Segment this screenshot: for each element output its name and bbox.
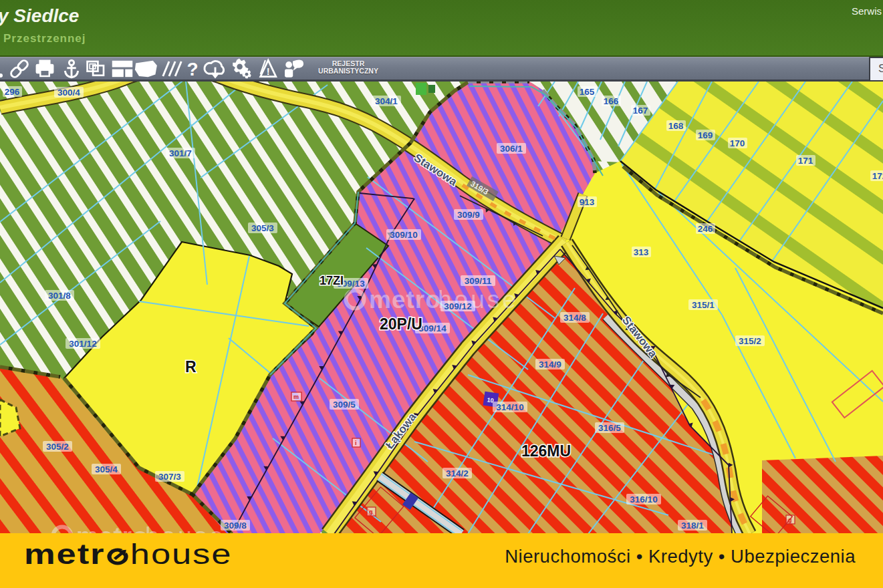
svg-text:913: 913	[580, 197, 595, 207]
svg-text:20P/U: 20P/U	[380, 315, 422, 333]
svg-text:i: i	[355, 440, 357, 446]
svg-text:?: ?	[186, 59, 198, 80]
svg-text:m: m	[293, 394, 299, 400]
svg-text:165: 165	[580, 87, 595, 97]
svg-text:R: R	[185, 358, 197, 376]
svg-text:314/2: 314/2	[446, 468, 469, 478]
svg-text:296: 296	[5, 87, 20, 97]
svg-text:17ZI: 17ZI	[320, 274, 344, 287]
svg-text:metro: metro	[76, 523, 148, 533]
svg-text:166: 166	[604, 96, 619, 106]
svg-text:307/3: 307/3	[158, 472, 181, 482]
svg-text:126MU: 126MU	[521, 442, 571, 460]
svg-text:!: !	[267, 66, 270, 77]
svg-text:315/1: 315/1	[692, 300, 715, 310]
svg-text:305/2: 305/2	[46, 442, 69, 452]
svg-text:171: 171	[798, 156, 813, 166]
svg-text:309/12: 309/12	[444, 301, 471, 311]
svg-text:301/12: 301/12	[69, 339, 96, 349]
svg-text:168: 168	[668, 121, 684, 131]
svg-text:309/14: 309/14	[418, 323, 447, 333]
svg-text:309/8: 309/8	[224, 521, 247, 531]
svg-text:301/8: 301/8	[48, 291, 71, 301]
svg-text:314/8: 314/8	[563, 313, 586, 323]
svg-text:314/10: 314/10	[496, 402, 523, 412]
svg-text:house: house	[145, 523, 226, 533]
svg-text:316/5: 316/5	[598, 423, 621, 433]
svg-text:309/11: 309/11	[465, 276, 492, 286]
svg-text:301/7: 301/7	[169, 148, 192, 158]
svg-text:305/3: 305/3	[251, 223, 274, 233]
svg-text:318/1: 318/1	[681, 521, 704, 531]
svg-text:246: 246	[698, 224, 713, 234]
svg-text:169: 169	[698, 130, 713, 140]
svg-text:309/5: 309/5	[333, 400, 356, 410]
svg-text:172: 172	[872, 171, 883, 181]
svg-text:315/2: 315/2	[739, 336, 761, 346]
svg-text:313: 313	[634, 247, 649, 257]
svg-text:316/10: 316/10	[630, 494, 657, 504]
svg-text:167: 167	[633, 106, 648, 116]
svg-text:g: g	[369, 508, 373, 515]
svg-text:305/4: 305/4	[95, 464, 118, 474]
svg-text:304/1: 304/1	[375, 96, 398, 106]
svg-text:170: 170	[730, 138, 745, 148]
svg-text:314/9: 314/9	[539, 359, 561, 370]
svg-text:300/4: 300/4	[57, 88, 80, 98]
svg-text:309/10: 309/10	[390, 230, 417, 240]
svg-text:metro: metro	[369, 286, 441, 313]
svg-text:309/9: 309/9	[457, 210, 480, 220]
svg-text:306/1: 306/1	[500, 144, 523, 154]
